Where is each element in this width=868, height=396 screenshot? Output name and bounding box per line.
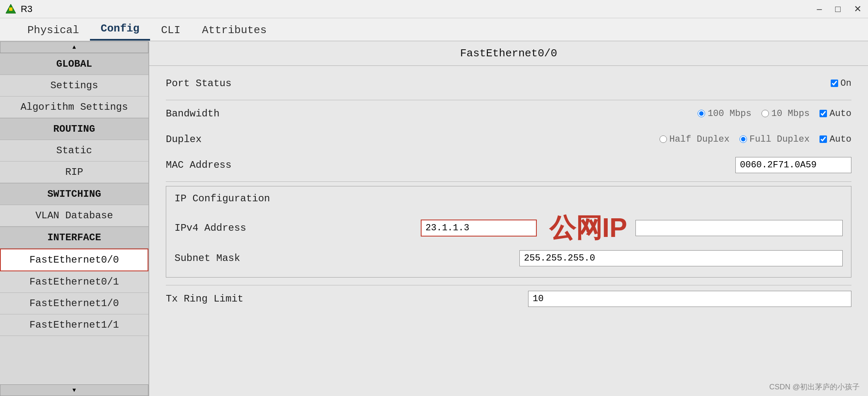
subnet-input[interactable] <box>519 250 843 266</box>
scroll-down-arrow[interactable]: ▼ <box>0 384 148 396</box>
bandwidth-100mbps-label: 100 Mbps <box>708 109 752 119</box>
mac-address-controls <box>735 157 851 173</box>
tx-ring-limit-input[interactable] <box>528 291 851 307</box>
bandwidth-100mbps[interactable]: 100 Mbps <box>698 109 752 119</box>
ipv4-second-input[interactable] <box>635 220 843 236</box>
port-status-on-label: On <box>841 78 851 89</box>
sidebar-item-fastethernet1-1[interactable]: FastEthernet1/1 <box>0 314 148 336</box>
duplex-full-radio[interactable] <box>739 135 747 143</box>
duplex-full[interactable]: Full Duplex <box>739 134 810 145</box>
window-title: R3 <box>21 4 32 14</box>
title-bar: R3 – □ ✕ <box>0 0 868 18</box>
subnet-label: Subnet Mask <box>175 253 299 264</box>
bandwidth-100mbps-radio[interactable] <box>698 110 705 117</box>
duplex-auto-checkbox[interactable]: Auto <box>820 134 851 145</box>
title-bar-left: R3 <box>5 3 32 15</box>
tabs-bar: Physical Config CLI Attributes <box>0 18 868 41</box>
sidebar-item-vlan-database[interactable]: VLAN Database <box>0 205 148 227</box>
tx-ring-limit-row: Tx Ring Limit <box>166 290 851 308</box>
minimize-button[interactable]: – <box>815 5 823 14</box>
tab-config[interactable]: Config <box>90 18 150 41</box>
duplex-full-label: Full Duplex <box>749 134 810 145</box>
subnet-row: Subnet Mask <box>175 250 843 266</box>
duplex-label: Duplex <box>166 134 290 145</box>
bandwidth-auto-label: Auto <box>829 109 851 119</box>
mac-address-input[interactable] <box>735 157 851 173</box>
annotation-public-ip: 公网IP <box>549 210 627 246</box>
ipv4-row: IPv4 Address 公网IP <box>175 210 843 246</box>
duplex-half[interactable]: Half Duplex <box>659 134 730 145</box>
tab-cli[interactable]: CLI <box>150 20 191 41</box>
bandwidth-10mbps-label: 10 Mbps <box>771 109 810 119</box>
sidebar-header-global: GLOBAL <box>0 53 148 75</box>
title-bar-controls: – □ ✕ <box>815 5 863 14</box>
duplex-row: Duplex Half Duplex Full Duplex Auto <box>166 130 851 148</box>
duplex-half-label: Half Duplex <box>669 134 730 145</box>
bandwidth-10mbps[interactable]: 10 Mbps <box>761 109 810 119</box>
ip-config-box: IP Configuration IPv4 Address 公网IP Subne… <box>166 186 851 278</box>
mac-address-label: MAC Address <box>166 159 290 171</box>
maximize-button[interactable]: □ <box>834 5 842 14</box>
close-button[interactable]: ✕ <box>852 5 863 14</box>
interface-title: FastEthernet0/0 <box>149 41 868 66</box>
duplex-auto-input[interactable] <box>820 135 827 143</box>
tab-attributes[interactable]: Attributes <box>191 20 277 41</box>
bandwidth-auto-checkbox[interactable]: Auto <box>820 109 851 119</box>
sidebar-item-fastethernet0-0[interactable]: FastEthernet0/0 <box>0 249 148 271</box>
duplex-controls: Half Duplex Full Duplex Auto <box>659 134 851 145</box>
port-status-label: Port Status <box>166 78 290 89</box>
ipv4-input[interactable] <box>421 220 537 237</box>
bandwidth-row: Bandwidth 100 Mbps 10 Mbps Auto <box>166 104 851 123</box>
ip-config-section-label: IP Configuration <box>175 193 843 204</box>
bandwidth-auto-input[interactable] <box>820 110 827 117</box>
sidebar-header-interface: INTERFACE <box>0 227 148 249</box>
mac-address-row: MAC Address <box>166 156 851 174</box>
main-layout: ▲ GLOBAL Settings Algorithm Settings ROU… <box>0 41 868 396</box>
svg-rect-1 <box>9 7 12 11</box>
port-status-controls: On <box>831 78 851 89</box>
sidebar-header-routing: ROUTING <box>0 118 148 140</box>
tab-physical[interactable]: Physical <box>17 20 90 41</box>
bandwidth-10mbps-radio[interactable] <box>761 110 769 117</box>
sidebar: ▲ GLOBAL Settings Algorithm Settings ROU… <box>0 41 149 396</box>
watermark: CSDN @初出茅庐的小孩子 <box>769 382 860 392</box>
scroll-up-arrow[interactable]: ▲ <box>0 41 148 53</box>
port-status-on-checkbox[interactable]: On <box>831 78 851 89</box>
sidebar-header-switching: SWITCHING <box>0 183 148 205</box>
bandwidth-controls: 100 Mbps 10 Mbps Auto <box>698 109 851 119</box>
sidebar-item-static[interactable]: Static <box>0 140 148 162</box>
ipv4-label: IPv4 Address <box>175 222 299 234</box>
bandwidth-label: Bandwidth <box>166 108 290 119</box>
sidebar-item-algorithm-settings[interactable]: Algorithm Settings <box>0 97 148 118</box>
content-body: Port Status On Bandwidth 100 Mbps <box>149 66 868 324</box>
duplex-auto-label: Auto <box>829 134 851 145</box>
tx-ring-limit-label: Tx Ring Limit <box>166 293 290 304</box>
content-area: FastEthernet0/0 Port Status On Bandwidth <box>149 41 868 396</box>
sidebar-item-fastethernet0-1[interactable]: FastEthernet0/1 <box>0 271 148 293</box>
port-status-checkbox-input[interactable] <box>831 80 838 87</box>
sidebar-item-settings[interactable]: Settings <box>0 75 148 97</box>
tx-ring-limit-controls <box>528 291 851 307</box>
sidebar-item-fastethernet1-0[interactable]: FastEthernet1/0 <box>0 293 148 314</box>
app-icon <box>5 3 17 15</box>
sidebar-inner: GLOBAL Settings Algorithm Settings ROUTI… <box>0 53 148 384</box>
duplex-half-radio[interactable] <box>659 135 667 143</box>
port-status-row: Port Status On <box>166 74 851 92</box>
sidebar-item-rip[interactable]: RIP <box>0 162 148 183</box>
